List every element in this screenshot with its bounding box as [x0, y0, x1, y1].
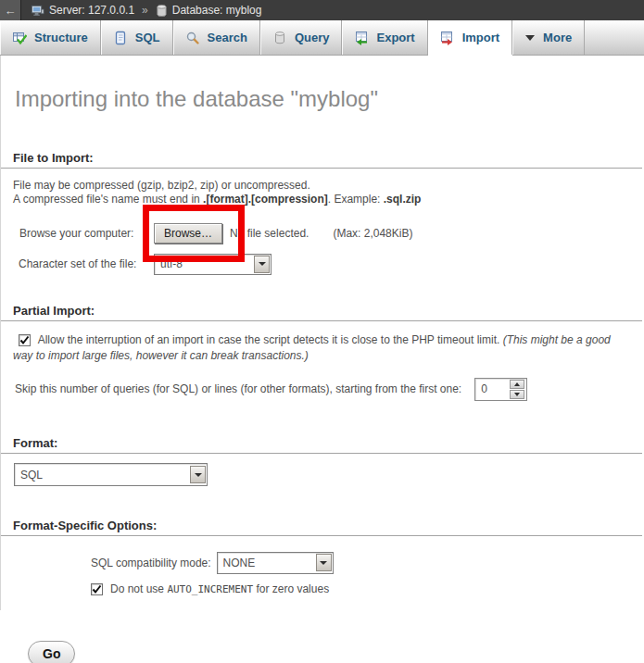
sql-compatibility-value: NONE	[223, 557, 256, 569]
section-heading-file-to-import: File to Import:	[1, 151, 642, 169]
tab-search[interactable]: Search	[173, 20, 260, 55]
spinner-buttons	[510, 380, 524, 399]
max-size-text: (Max: 2,048KiB)	[333, 227, 412, 240]
charset-label: Character set of the file:	[19, 257, 154, 270]
skip-queries-input[interactable]: 0	[474, 378, 527, 401]
browse-row: Browse your computer: Browse… No file se…	[19, 222, 644, 244]
browse-button-wrap: Browse…	[154, 223, 222, 244]
tab-import[interactable]: Import	[428, 20, 512, 55]
export-icon	[354, 31, 369, 45]
query-icon	[272, 31, 287, 45]
import-icon	[440, 31, 455, 45]
tab-label: Search	[208, 31, 247, 44]
sql-compatibility-label: SQL compatibility mode:	[91, 557, 211, 569]
skip-row: Skip this number of queries (for SQL) or…	[15, 377, 644, 401]
breadcrumb-bar: ← Server: 127.0.0.1 » Database: myblog	[0, 0, 644, 20]
chevron-down-icon[interactable]	[254, 256, 270, 273]
breadcrumb-separator: »	[142, 4, 148, 17]
tab-label: More	[543, 31, 572, 44]
tab-bar: Structure SQL Search Query Export Import…	[0, 20, 644, 56]
spinner-up-button[interactable]	[510, 380, 524, 389]
go-button[interactable]: Go	[28, 641, 75, 663]
skip-queries-value: 0	[475, 382, 510, 395]
tab-label: Export	[376, 31, 414, 44]
auto-increment-text: Do not use AUTO_INCREMENT for zero value…	[110, 582, 329, 595]
browse-label: Browse your computer:	[19, 227, 154, 240]
sql-compatibility-row: SQL compatibility mode: NONE	[91, 551, 644, 574]
server-icon	[31, 4, 44, 18]
breadcrumb-server[interactable]: Server: 127.0.0.1	[49, 4, 134, 17]
section-heading-format-specific-options: Format-Specific Options:	[1, 519, 642, 536]
tab-export[interactable]: Export	[342, 20, 427, 55]
tab-label: Import	[462, 31, 499, 44]
auto-increment-row: Do not use AUTO_INCREMENT for zero value…	[91, 582, 644, 595]
tabbar-filler	[585, 20, 644, 55]
charset-select[interactable]: utf-8	[154, 254, 271, 275]
charset-select-value: utf-8	[160, 257, 183, 270]
sql-icon	[113, 31, 128, 45]
page-title: Importing into the database "myblog"	[1, 56, 644, 112]
format-select[interactable]: SQL	[14, 463, 208, 486]
skip-label: Skip this number of queries (for SQL) or…	[15, 382, 461, 395]
chevron-down-icon[interactable]	[190, 466, 206, 483]
spinner-down-button[interactable]	[510, 390, 524, 399]
chevron-down-icon	[524, 34, 536, 42]
chevron-down-icon[interactable]	[316, 554, 332, 571]
no-file-selected-text: No file selected.	[230, 227, 309, 240]
back-button[interactable]: ←	[0, 0, 21, 20]
browse-button[interactable]: Browse…	[154, 223, 222, 244]
allow-interrupt-row: Allow the interruption of an import in c…	[13, 332, 632, 364]
note-line1: File may be compressed (gzip, bzip2, zip…	[13, 179, 310, 192]
allow-interrupt-text: Allow the interruption of an import in c…	[38, 333, 503, 346]
tab-more[interactable]: More	[512, 20, 585, 55]
section-heading-format: Format:	[1, 436, 642, 454]
database-icon	[156, 4, 168, 18]
file-import-note: File may be compressed (gzip, bzip2, zip…	[13, 179, 632, 206]
format-specific-options: SQL compatibility mode: NONE Do not use …	[1, 551, 644, 595]
tab-label: Structure	[34, 31, 88, 44]
structure-icon	[12, 31, 27, 45]
auto-increment-checkbox[interactable]	[91, 583, 103, 595]
allow-interrupt-checkbox[interactable]	[19, 334, 31, 346]
format-select-value: SQL	[20, 469, 43, 482]
search-icon	[185, 31, 200, 45]
note-line2: A compressed file's name must end in .[f…	[13, 193, 421, 206]
breadcrumb-database[interactable]: Database: myblog	[172, 4, 262, 17]
charset-row: Character set of the file: utf-8	[19, 253, 644, 275]
tab-sql[interactable]: SQL	[101, 20, 173, 55]
sql-compatibility-select[interactable]: NONE	[217, 552, 334, 574]
breadcrumb: Server: 127.0.0.1 » Database: myblog	[31, 4, 261, 18]
tab-query[interactable]: Query	[260, 20, 343, 55]
tab-structure[interactable]: Structure	[0, 20, 101, 55]
tab-label: Query	[295, 31, 330, 44]
format-row: SQL	[14, 463, 644, 486]
section-heading-partial-import: Partial Import:	[1, 304, 642, 321]
import-page: Importing into the database "myblog" Fil…	[0, 56, 644, 610]
tab-label: SQL	[135, 31, 160, 44]
